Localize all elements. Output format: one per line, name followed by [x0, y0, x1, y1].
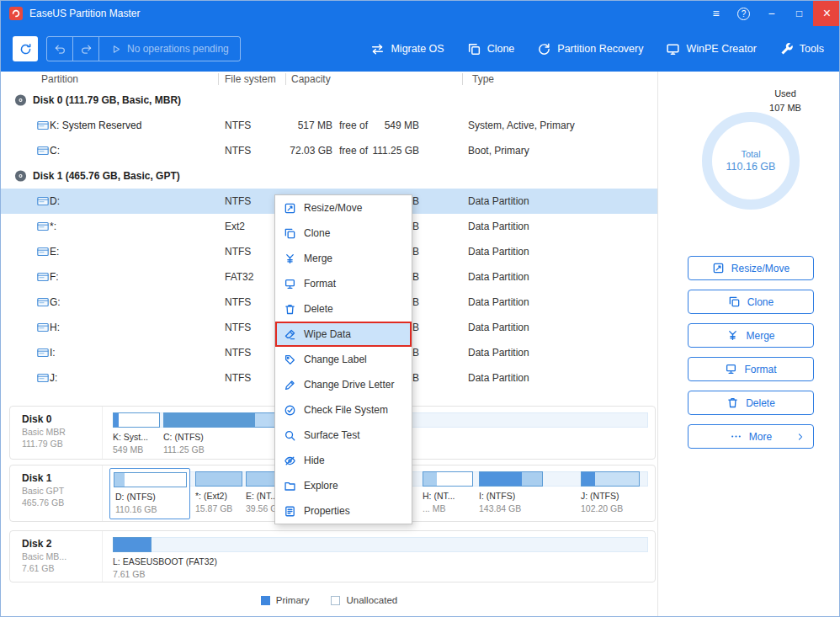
merge-button[interactable]: Merge [688, 323, 814, 348]
window-controls: ≡ ? − □ × [702, 1, 840, 26]
menu-item-check-file-system[interactable]: Check File System [275, 397, 412, 423]
menu-item-hide[interactable]: Hide [275, 448, 412, 473]
partition-bar-label: I: (NTFS) 143.84 GB [479, 490, 521, 514]
partition-type: Data Partition [468, 221, 529, 232]
table-row-k[interactable]: K: System Reserved NTFS 517 MB free of 5… [1, 113, 657, 138]
partition-bar-h[interactable] [423, 471, 473, 487]
delete-icon [726, 396, 739, 409]
undo-icon [54, 43, 66, 56]
menu-item-clone[interactable]: Clone [275, 221, 412, 246]
file-system: NTFS [225, 246, 251, 258]
menu-item-label: Hide [304, 455, 325, 466]
disk0-header-row[interactable]: Disk 0 (111.79 GB, Basic, MBR) [1, 88, 657, 113]
disk1-info: Disk 1 Basic GPT 465.76 GB [10, 465, 103, 521]
undo-button[interactable] [47, 37, 73, 61]
migrate-os-button[interactable]: Migrate OS [370, 42, 444, 56]
partition-type: Boot, Primary [468, 145, 529, 157]
partition-bar-l[interactable] [113, 537, 152, 552]
maximize-button[interactable]: □ [785, 1, 813, 26]
menu-item-explore[interactable]: Explore [275, 473, 412, 498]
help-icon[interactable]: ? [730, 1, 758, 26]
free-of-label: free of [339, 120, 368, 131]
partition-name: *: [50, 221, 56, 232]
button-label: Merge [746, 330, 774, 342]
partition-bar-star[interactable] [195, 471, 242, 487]
partition-recovery-label: Partition Recovery [557, 43, 643, 55]
resize-move-button[interactable]: Resize/Move [688, 256, 814, 280]
menu-item-change-label[interactable]: Change Label [275, 347, 412, 372]
partition-bar-d[interactable] [114, 472, 187, 487]
selected-partition-cell-d[interactable]: D: (NTFS) 110.16 GB [109, 468, 190, 519]
partition-recovery-icon [537, 42, 551, 56]
partition-icon [36, 220, 50, 233]
partition-size: 111.25 GB [163, 444, 205, 456]
button-label: Delete [746, 397, 775, 409]
partition-bar-k[interactable] [113, 412, 160, 428]
migrate-os-icon [370, 42, 385, 56]
menu-icon[interactable]: ≡ [702, 1, 730, 26]
clone-button[interactable]: Clone [467, 42, 515, 56]
surface-test-icon [284, 429, 296, 442]
file-system: NTFS [225, 372, 251, 384]
menu-item-wipe-data[interactable]: Wipe Data [275, 322, 412, 347]
explore-icon [284, 480, 296, 492]
winpe-creator-button[interactable]: WinPE Creator [666, 42, 756, 56]
refresh-button[interactable] [13, 36, 38, 61]
properties-icon [284, 505, 296, 518]
file-system: NTFS [225, 296, 251, 308]
partition-type: Data Partition [468, 195, 529, 207]
easeus-logo-icon [9, 7, 23, 20]
format-icon [284, 278, 296, 290]
pending-operations[interactable]: No operations pending [99, 37, 240, 61]
operations-group: No operations pending [46, 36, 241, 61]
menu-item-merge[interactable]: Merge [275, 246, 412, 271]
winpe-creator-label: WinPE Creator [686, 43, 756, 55]
partition-label: K: Syst... [113, 432, 148, 442]
tools-label: Tools [800, 43, 824, 55]
menu-item-properties[interactable]: Properties [275, 498, 412, 524]
tools-button[interactable]: Tools [779, 42, 824, 56]
menu-item-resize-move[interactable]: Resize/Move [275, 195, 412, 221]
partition-bar-j[interactable] [581, 471, 640, 487]
menu-item-surface-test[interactable]: Surface Test [275, 423, 412, 448]
partition-recovery-button[interactable]: Partition Recovery [537, 42, 643, 56]
more-button[interactable]: More [688, 424, 814, 449]
menu-item-format[interactable]: Format [275, 271, 412, 296]
delete-button[interactable]: Delete [688, 391, 814, 415]
partition-type: Data Partition [468, 347, 529, 359]
partition-icon [36, 245, 50, 258]
delete-icon [284, 303, 296, 316]
disk-bus: Basic GPT [22, 486, 102, 496]
disk1-header-row[interactable]: Disk 1 (465.76 GB, Basic, GPT) [1, 163, 657, 189]
format-button[interactable]: Format [688, 357, 814, 381]
play-icon [110, 44, 121, 55]
minimize-button[interactable]: − [758, 1, 785, 26]
close-button[interactable]: × [813, 1, 840, 26]
file-system: NTFS [225, 195, 251, 207]
app-window: EaseUS Partition Master ≡ ? − □ × No ope… [0, 0, 840, 617]
partition-size: 549 MB [113, 444, 148, 456]
partition-bar-label: C: (NTFS) 111.25 GB [163, 431, 205, 455]
partition-label: E: (NT... [246, 491, 278, 501]
menu-item-change-drive-letter[interactable]: Change Drive Letter [275, 372, 412, 397]
legend-primary: Primary [261, 595, 310, 605]
clone-side-button[interactable]: Clone [688, 290, 814, 314]
disk-name: Disk 0 [22, 413, 102, 425]
format-icon [725, 363, 737, 375]
partition-size: ... MB [423, 503, 455, 515]
chevron-right-icon [795, 432, 805, 442]
file-system: NTFS [225, 322, 251, 333]
partition-bar-c[interactable] [163, 412, 288, 428]
winpe-creator-icon [666, 42, 680, 56]
menu-item-delete[interactable]: Delete [275, 296, 412, 322]
redo-button[interactable] [73, 37, 99, 61]
partition-type: Data Partition [468, 246, 529, 258]
partition-bar-label: H: (NT... ... MB [423, 490, 455, 514]
partition-bar-i[interactable] [479, 471, 543, 487]
menu-item-label: Change Drive Letter [304, 379, 394, 391]
table-row-c[interactable]: C: NTFS 72.03 GB free of 111.25 GB Boot,… [1, 138, 657, 163]
partition-label: *: (Ext2) [195, 491, 227, 501]
partition-name: D: [50, 195, 60, 207]
menu-item-label: Delete [304, 303, 333, 315]
partition-size: 143.84 GB [479, 503, 521, 515]
